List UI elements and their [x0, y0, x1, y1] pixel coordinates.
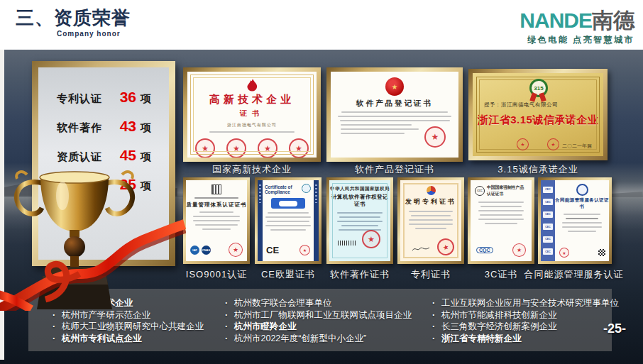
certificate-3c: CCC 中国国家强制性产品认证证书 CQC ★ [468, 177, 534, 264]
honor-item: 杭州市专利试点企业 [53, 333, 204, 345]
stat-value: 43 [112, 118, 136, 135]
honor-item: 浙江省专精特新企业 [432, 333, 619, 345]
trophy-image [0, 167, 186, 311]
cec-emblem-icon [576, 184, 588, 196]
cqc-logo: CQC [476, 247, 493, 253]
stat-unit: 项 [141, 150, 151, 164]
national-emblem-icon: ★ [385, 77, 404, 96]
red-stamps: ★★★★ [187, 138, 317, 158]
stat-row: 软件著作 43 项 [57, 118, 169, 135]
certificate-software-copyright: 中华人民共和国国家版权局 计算机软件著作权登记证书 ★ [326, 177, 393, 264]
honor-item: 长三角数字经济创新案例企业 [432, 321, 619, 333]
stat-label: 软件著作 [57, 121, 112, 135]
page-number: -25- [603, 321, 626, 336]
stat-row: 资质认证 45 项 [57, 147, 169, 164]
ce-mark: CE [266, 245, 279, 255]
stat-unit: 项 [141, 121, 151, 135]
certificate-title: 中国国家强制性产品认证证书 [487, 184, 527, 197]
certificate-ce: Certificate of Compliance CE ★ [255, 177, 322, 264]
stat-row: 专利认证 36 项 [57, 89, 169, 106]
certificate-hitech-enterprise: 高新技术企业 证书 浙江南德电气有限公司 ★★★★ [183, 67, 321, 162]
red-stamp: ★ [299, 245, 310, 255]
green-badge-icon: 315 [529, 79, 546, 96]
barcode [338, 241, 356, 246]
stat-value: 36 [112, 89, 136, 106]
stat-label: 资质认证 [57, 150, 112, 164]
caption-315: 3.15诚信承诺企业 [468, 163, 608, 176]
logo-cjk: 南德 [592, 9, 634, 32]
company-logo: NANDE南德 绿色电能 点亮智慧城市 [520, 10, 634, 46]
qr-code [598, 249, 605, 256]
eu-logo [271, 198, 305, 209]
honor-item: 杭州市瞪羚企业 [225, 321, 411, 333]
honor-item: 杭州市工厂物联网和工业互联网试点项目企业 [225, 309, 411, 321]
honor-item: 杭州市节能减排科技创新企业 [432, 309, 619, 321]
stat-label: 专利认证 [57, 92, 112, 106]
page-subtitle: Company honor [57, 30, 121, 38]
certificate-title: 软件产品登记证书 [331, 99, 458, 109]
red-stamp: ★ [424, 126, 446, 148]
honor-item: 杭师大工业物联网研究中心共建企业 [53, 321, 204, 333]
header: 三、资质荣誉 Company honor NANDE南德 绿色电能 点亮智慧城市 [0, 0, 643, 50]
certificate-title: 高新技术企业 [187, 93, 317, 106]
iaf-badge: IAF [190, 246, 199, 255]
certificate-year: 二〇二一年届 [562, 143, 592, 150]
cnas-badge: CNAS [202, 246, 211, 255]
logo-latin: NANDE [520, 9, 592, 32]
slide: 三、资质荣誉 Company honor NANDE南德 绿色电能 点亮智慧城市… [0, 0, 643, 364]
cec-side-band: CECCECCEC CECCECCEC [541, 180, 555, 261]
ccc-logo: CCC [475, 186, 485, 196]
honor-item: 杭州市2022年度“创新型中小企业” [225, 333, 411, 345]
certificate-iso9001: 质量管理体系认证证书 IAF CNAS ★ [183, 177, 250, 264]
certificate-title: 合同能源管理服务认证证书 [555, 197, 609, 210]
certificate-energy-management: CECCECCEC CECCECCEC 合同能源管理服务认证证书 ★ [538, 177, 612, 264]
certificate-subtitle: 证书 [187, 109, 317, 118]
honors-column-3: 工业互联网企业应用与安全技术研究理事单位 杭州市节能减排科技创新企业 长三角数字… [432, 297, 619, 351]
red-stamp: ★ [512, 243, 526, 257]
caption-energy: 合同能源管理服务认证 [515, 268, 632, 281]
honors-column-2: 杭州数字联合会理事单位 杭州市工厂物联网和工业互联网试点项目企业 杭州市瞪羚企业… [225, 297, 411, 351]
certificate-315-integrity: 315 授予：浙江南德电气有限公司 浙江省3.15诚信承诺企业 ★★ 二〇二一年… [468, 69, 608, 160]
logo-tagline: 绿色电能 点亮智慧城市 [520, 34, 634, 46]
caption-software-product: 软件产品登记证书 [326, 163, 463, 176]
page-title: 三、资质荣誉 [16, 6, 131, 31]
red-stamp: ★ [229, 243, 243, 257]
stat-unit: 项 [141, 92, 151, 106]
certificate-org: 浙江南德电气有限公司 [187, 122, 317, 128]
certificate-title: 质量管理体系认证证书 [186, 202, 247, 209]
red-star-stamp: ★ [362, 230, 380, 248]
certificate-software-product: ★ 软件产品登记证书 ★ [326, 67, 463, 162]
flame-icon [246, 79, 258, 92]
caption-hitech: 国家高新技术企业 [183, 163, 321, 176]
qr-icon [211, 184, 221, 194]
signature [412, 246, 430, 253]
globe-icon [302, 184, 311, 193]
certificate-patent: 发明专利证书 ★ [397, 177, 464, 264]
stat-value: 45 [112, 147, 136, 164]
honor-item: 工业互联网企业应用与安全技术研究理事单位 [432, 297, 619, 309]
red-stamp: ★ [559, 248, 569, 258]
honor-item: 杭州数字联合会理事单位 [225, 297, 411, 309]
